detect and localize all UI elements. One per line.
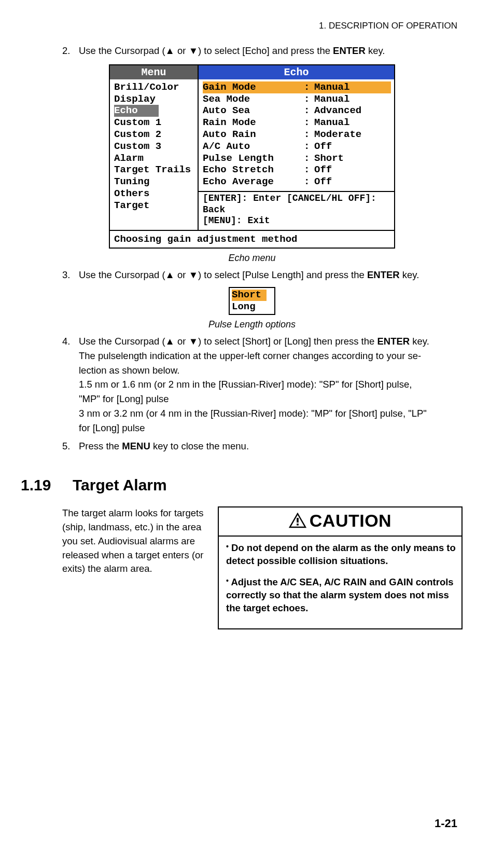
text: Use the Cursorpad ( (79, 45, 165, 56)
figure-caption: Echo menu (41, 253, 463, 264)
menu-title-right: Echo (199, 65, 394, 79)
setting-row: Rain Mode:Manual (203, 117, 394, 129)
setting-value: Off (314, 176, 332, 188)
section-title: Target Alarm (73, 476, 167, 494)
text: or (175, 45, 189, 56)
step-text: Use the Cursorpad ( or ) to select [Echo… (79, 44, 463, 58)
colon: : (304, 117, 314, 129)
menu-key-hints: [ENTER]: Enter [CANCEL/HL OFF]: Back [ME… (199, 191, 394, 228)
menu-item: Custom 2 (114, 129, 198, 141)
setting-row: Echo Average:Off (203, 176, 394, 188)
caution-bullet: Do not depend on the alarm as the only m… (226, 542, 456, 566)
menu-title-bar: Menu Echo (110, 65, 394, 79)
text: key. (410, 336, 429, 347)
text: or (175, 269, 189, 280)
setting-label: Auto Rain (203, 129, 304, 141)
menu-right-column: Gain Mode:Manual Sea Mode:Manual Auto Se… (199, 79, 394, 230)
text: ) to select [Pulse Length] and press the (198, 269, 367, 280)
setting-value: Off (314, 164, 332, 176)
text: key. (400, 269, 419, 280)
caution-header: CAUTION (219, 507, 461, 537)
setting-label: Pulse Length (203, 153, 304, 164)
text: ) to select [Echo] and press the (198, 45, 333, 56)
key-name: ENTER (377, 336, 410, 347)
setting-value: Moderate (314, 129, 361, 141)
key-name: ENTER (333, 45, 366, 56)
caution-box: CAUTION • Do not depend on the alarm as … (218, 506, 463, 629)
colon: : (304, 141, 314, 153)
menu-body: Brill/Color Display Echo Custom 1 Custom… (110, 79, 394, 230)
svg-rect-2 (297, 524, 299, 526)
setting-row: A/C Auto:Off (203, 141, 394, 153)
setting-label: A/C Auto (203, 141, 304, 153)
text: for [Long] pulse (79, 422, 145, 433)
step-number: 2. (62, 44, 79, 58)
setting-value: Off (314, 141, 332, 153)
section-heading: 1.19 Target Alarm (21, 476, 463, 494)
text: Press the (79, 441, 122, 451)
caution-bullet: Adjust the A/C SEA, A/C RAIN and GAIN co… (226, 577, 454, 613)
setting-row: Auto Rain:Moderate (203, 129, 394, 141)
setting-row: Echo Stretch:Off (203, 164, 394, 176)
hint-line: [ENTER]: Enter [CANCEL/HL OFF]: Back (203, 193, 394, 215)
menu-left-column: Brill/Color Display Echo Custom 1 Custom… (110, 79, 199, 230)
step-number: 5. (62, 439, 79, 454)
text: or (175, 336, 189, 347)
menu-title-left: Menu (110, 65, 199, 79)
text: 1.5 nm or 1.6 nm (or 2 nm in the [Russia… (79, 379, 412, 390)
arrow-down-icon (189, 269, 198, 280)
bullet-icon: • (226, 542, 229, 551)
setting-label: Gain Mode (203, 81, 304, 93)
menu-item: Tuning (114, 176, 198, 188)
colon: : (304, 105, 314, 117)
menu-item: Custom 1 (114, 117, 198, 129)
setting-label: Echo Stretch (203, 164, 304, 176)
setting-value: Manual (314, 117, 349, 129)
text: ) to select [Short] or [Long] then press… (198, 336, 377, 347)
setting-label: Sea Mode (203, 93, 304, 105)
menu-item: Alarm (114, 153, 198, 164)
colon: : (304, 93, 314, 105)
menu-item: Display (114, 93, 198, 105)
setting-row: Pulse Length:Short (203, 153, 394, 164)
text: key. (366, 45, 385, 56)
setting-value: Advanced (314, 105, 361, 117)
text: key to close the menu. (150, 441, 249, 451)
pulse-option: Long (232, 301, 256, 312)
step-4: 4. Use the Cursorpad ( or ) to select [S… (62, 334, 463, 435)
arrow-down-icon (189, 336, 198, 347)
target-alarm-content: The target alarm looks for targets (ship… (62, 506, 463, 629)
step-text: Use the Cursorpad ( or ) to select [Puls… (79, 268, 463, 282)
menu-item: Brill/Color (114, 81, 198, 93)
caution-body: • Do not depend on the alarm as the only… (219, 537, 461, 628)
setting-value: Short (314, 153, 344, 164)
svg-rect-1 (297, 518, 299, 523)
arrow-up-icon (165, 269, 175, 280)
step-3: 3. Use the Cursorpad ( or ) to select [P… (62, 268, 463, 282)
text: Use the Cursorpad ( (79, 269, 165, 280)
menu-item: Target Trails (114, 164, 198, 176)
arrow-up-icon (165, 45, 175, 56)
colon: : (304, 164, 314, 176)
setting-label: Auto Sea (203, 105, 304, 117)
section-number: 1.19 (21, 476, 73, 494)
colon: : (304, 81, 314, 93)
hint-line: [MENU]: Exit (203, 215, 394, 227)
arrow-up-icon (165, 336, 175, 347)
menu-item: Custom 3 (114, 141, 198, 153)
bullet-icon: • (226, 577, 229, 585)
colon: : (304, 176, 314, 188)
arrow-down-icon (189, 45, 198, 56)
setting-row: Auto Sea:Advanced (203, 105, 394, 117)
step-number: 3. (62, 268, 79, 282)
key-name: MENU (122, 441, 150, 451)
setting-value: Manual (314, 81, 349, 93)
menu-item: Target (114, 200, 198, 212)
text: "MP" for [Long] pulse (79, 393, 169, 404)
menu-item-selected: Echo (114, 105, 159, 117)
key-name: ENTER (367, 269, 400, 280)
colon: : (304, 153, 314, 164)
text: lection as shown below. (79, 365, 179, 376)
echo-menu-figure: Menu Echo Brill/Color Display Echo Custo… (109, 64, 395, 249)
menu-status-bar: Choosing gain adjustment method (110, 230, 394, 248)
